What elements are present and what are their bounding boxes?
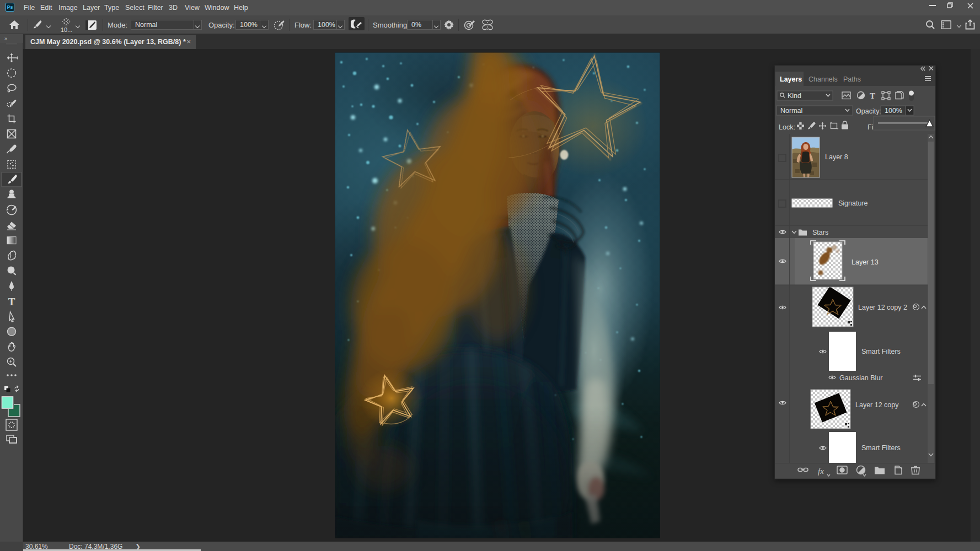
- svg-text:Channels: Channels: [808, 75, 838, 83]
- svg-text:Opacity:: Opacity:: [856, 107, 881, 115]
- svg-text:Layers: Layers: [780, 75, 802, 83]
- svg-text:Layer 13: Layer 13: [852, 258, 879, 266]
- svg-text:Normal: Normal: [780, 107, 802, 115]
- svg-text:fx: fx: [818, 467, 824, 476]
- svg-text:»: »: [4, 36, 8, 41]
- svg-text:Layer 8: Layer 8: [825, 153, 848, 161]
- svg-text:Paths: Paths: [843, 75, 861, 83]
- svg-text:Stars: Stars: [812, 229, 828, 236]
- svg-text:100%: 100%: [885, 107, 902, 115]
- svg-text:Smart Filters: Smart Filters: [861, 348, 901, 355]
- svg-text:Layer 12 copy 2: Layer 12 copy 2: [858, 304, 907, 311]
- svg-text:Layer 12 copy: Layer 12 copy: [855, 401, 899, 409]
- svg-text:Lock:: Lock:: [779, 123, 795, 131]
- svg-text:Signature: Signature: [838, 199, 868, 207]
- svg-text:Fi: Fi: [867, 123, 873, 131]
- svg-text:Gaussian Blur: Gaussian Blur: [839, 374, 883, 382]
- svg-text:T: T: [870, 91, 875, 100]
- svg-text:Kind: Kind: [788, 92, 801, 100]
- svg-text:Smart Filters: Smart Filters: [861, 444, 901, 452]
- svg-text:T: T: [8, 296, 15, 307]
